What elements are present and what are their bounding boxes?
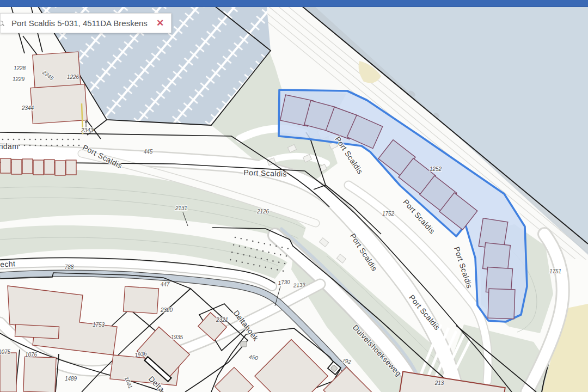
dot: [68, 145, 69, 146]
dot: [57, 139, 58, 140]
parcel-label: 1229: [13, 76, 25, 82]
dot: [24, 145, 26, 146]
map-viewer: 1228122923451226234423434452131212678844…: [0, 0, 588, 392]
parcel-label: 1075: [0, 349, 11, 355]
dot: [35, 145, 36, 146]
dot: [13, 139, 15, 140]
dot: [29, 145, 31, 146]
search-input[interactable]: [10, 18, 149, 28]
dot: [51, 145, 53, 146]
parcel-label: 1751: [549, 268, 561, 274]
parcel-label: 2133: [292, 281, 305, 289]
dot: [19, 139, 20, 140]
parcel-label: 447: [161, 281, 170, 287]
parcel-label: 2344: [21, 105, 34, 111]
map-canvas[interactable]: 1228122923451226234423434452131212678844…: [0, 0, 588, 392]
dot: [51, 139, 53, 140]
parcel-label: 2343: [81, 127, 94, 133]
dot: [40, 139, 42, 140]
street-label: Port Scaldis: [243, 168, 287, 179]
house: [11, 160, 22, 174]
dot: [78, 145, 80, 146]
house: [55, 161, 65, 175]
dot: [73, 139, 75, 140]
parcel-label: 1252: [430, 166, 442, 172]
house: [1, 158, 11, 173]
dot: [62, 145, 64, 146]
parcel-label: 1753: [93, 322, 105, 328]
street-label: recht: [0, 259, 16, 269]
dot: [24, 139, 26, 140]
dot: [35, 139, 36, 140]
parcel-label: 788: [65, 264, 74, 270]
house: [33, 160, 44, 175]
house: [66, 160, 76, 175]
search-icon: [0, 21, 4, 26]
search-box[interactable]: ✕: [0, 13, 171, 33]
house: [22, 159, 33, 174]
house: [44, 160, 54, 174]
top-bar: [0, 0, 588, 7]
parcel-label: 2131: [175, 205, 187, 211]
dot: [68, 139, 69, 140]
parcel-label: 1226: [67, 74, 79, 80]
street-label: ndam: [0, 142, 19, 151]
dot: [57, 145, 58, 146]
dot: [8, 139, 9, 140]
close-icon[interactable]: ✕: [149, 17, 171, 29]
parcel-label: 445: [144, 149, 153, 155]
dot: [78, 139, 80, 140]
parcel-label: 1935: [171, 334, 183, 340]
dot: [62, 139, 64, 140]
dot: [46, 145, 47, 146]
parcel-label: 1752: [382, 211, 395, 217]
dot: [2, 139, 4, 140]
parcel-label: 213: [434, 380, 444, 386]
parcel-label: 1076: [25, 352, 38, 358]
parcel-label: 1489: [65, 376, 77, 382]
dot: [73, 145, 75, 146]
parcel-label: 1228: [14, 65, 26, 71]
parcel-label: 2321: [216, 317, 228, 323]
parcel-label: 2126: [256, 209, 270, 215]
dot: [46, 139, 47, 140]
dot: [40, 145, 42, 146]
dot: [29, 139, 31, 140]
parcel-label: 2320: [160, 307, 173, 313]
